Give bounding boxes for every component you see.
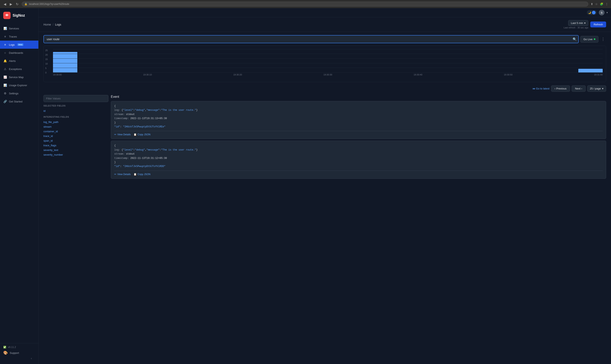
- sidebar-item-dashboards[interactable]: ○ Dashboards: [0, 49, 38, 57]
- back-button[interactable]: ◀: [2, 2, 7, 6]
- browser-controls: ◀ ▶ ↻: [2, 2, 20, 6]
- copy-json-button-1[interactable]: 📋 Copy JSON: [133, 133, 150, 136]
- user-avatar[interactable]: S: [599, 10, 605, 15]
- x-label-2: 19:30:10: [143, 73, 152, 76]
- field-item-trace-flags[interactable]: trace_flags: [43, 143, 108, 148]
- share-icon[interactable]: ⬆: [590, 2, 594, 6]
- next-button[interactable]: Next ›: [572, 85, 586, 92]
- event-log-line-2: log: {"level":"debug","message":"The is …: [114, 148, 603, 152]
- app-top-header: 🌙 S ▾: [39, 8, 611, 17]
- event-body-1: { log: {"level":"debug","message":"The i…: [114, 104, 603, 129]
- sidebar-item-usage-explorer[interactable]: 📊 Usage Explorer: [0, 81, 38, 89]
- sidebar-item-logs[interactable]: ≡ Logs Beta: [0, 40, 38, 49]
- address-bar[interactable]: 🔒 localhost:3301/logs?q=user%20route: [22, 2, 588, 6]
- search-submit-button[interactable]: 🔍: [573, 37, 577, 41]
- sidebar-item-settings[interactable]: ⚙ Settings: [0, 89, 38, 97]
- support-label: Support: [10, 351, 19, 354]
- extension-icon[interactable]: 🧩: [599, 2, 604, 6]
- sidebar-item-alerts[interactable]: 🔔 Alerts: [0, 57, 38, 65]
- field-item-log-file-path[interactable]: log_file_path: [43, 120, 108, 124]
- usage-explorer-icon: 📊: [3, 84, 7, 87]
- user-dropdown-icon[interactable]: ▾: [607, 11, 608, 14]
- menu-icon[interactable]: ⋮: [605, 2, 609, 6]
- chart-bar-1: [53, 52, 77, 73]
- y-label-15: 15: [45, 58, 48, 61]
- go-to-latest-icon: ⏮: [532, 87, 535, 90]
- sidebar-navigation: 📊 Services ≡ Traces ≡ Logs Beta ○ Dashbo…: [0, 23, 38, 343]
- previous-button[interactable]: ‹ Previous: [551, 85, 570, 92]
- event-body-2: { log: {"level":"debug","message":"The i…: [114, 144, 603, 169]
- sidebar-item-service-map[interactable]: 📈 Service Map: [0, 73, 38, 81]
- browser-chrome: ◀ ▶ ↻ 🔒 localhost:3301/logs?q=user%20rou…: [0, 0, 611, 8]
- breadcrumb-home[interactable]: Home: [43, 23, 51, 26]
- sidebar-item-get-started[interactable]: 🔗 Get Started: [0, 97, 38, 105]
- view-details-button-2[interactable]: ✏ View Details: [114, 173, 131, 176]
- more-options-button[interactable]: ⋮: [600, 36, 606, 43]
- interesting-fields-label: INTERESTING FIELDS: [43, 116, 108, 118]
- refresh-button[interactable]: Refresh: [590, 22, 606, 27]
- go-live-button[interactable]: Go Live: [580, 36, 598, 43]
- y-label-10: 10: [45, 63, 48, 65]
- field-item-id[interactable]: id: [43, 109, 108, 113]
- pagination-row: ⏮ Go to latest ‹ Previous Next › 25 / pa…: [43, 85, 606, 92]
- time-range-selector[interactable]: Last 5 min ▾: [568, 20, 588, 26]
- dashboards-icon: ○: [3, 51, 7, 54]
- x-label-6: 19:30:50: [504, 73, 513, 76]
- copy-icon: 📋: [133, 133, 137, 136]
- field-item-severity-number[interactable]: severity_number: [43, 152, 108, 157]
- sidebar-item-traces[interactable]: ≡ Traces: [0, 32, 38, 40]
- right-event-panel: Event { log: {"level":"debug","message":…: [111, 95, 606, 361]
- traces-icon: ≡: [3, 35, 7, 38]
- sidebar: 👁 SigNoz 📊 Services ≡ Traces ≡ Logs Beta…: [0, 8, 39, 364]
- copy-json-button-2[interactable]: 📋 Copy JSON: [133, 173, 150, 176]
- sidebar-collapse-button[interactable]: ‹: [3, 355, 35, 362]
- field-item-trace-id[interactable]: trace_id: [43, 134, 108, 138]
- breadcrumb-separator: /: [53, 23, 53, 26]
- live-indicator: [594, 38, 595, 40]
- moon-icon: 🌙: [588, 11, 591, 14]
- sidebar-item-label: Traces: [9, 35, 17, 38]
- x-label-7: 19:31:00: [594, 73, 603, 76]
- version-info: ✅ v0.11.2: [3, 346, 35, 349]
- filter-values-input[interactable]: [43, 95, 108, 102]
- search-input[interactable]: [43, 35, 579, 43]
- x-label-5: 19:30:40: [414, 73, 422, 76]
- field-item-severity-text[interactable]: severity_text: [43, 148, 108, 152]
- selected-fields-label: SELECTED FIELDS: [43, 104, 108, 107]
- x-label-3: 19:30:20: [233, 73, 242, 76]
- services-icon: 📊: [3, 27, 7, 30]
- previous-label: Previous: [556, 87, 567, 90]
- go-to-latest-label: Go to latest: [536, 87, 549, 90]
- sidebar-item-label: Settings: [9, 92, 18, 95]
- logo-icon: 👁: [3, 12, 11, 19]
- view-details-button-1[interactable]: ✏ View Details: [114, 133, 131, 136]
- reload-button[interactable]: ↻: [15, 2, 20, 6]
- chart-y-axis: 25 20 15 10 5 0: [44, 49, 49, 74]
- sidebar-item-services[interactable]: 📊 Services: [0, 24, 38, 32]
- event-stream-2: stream: stdout: [114, 152, 603, 156]
- field-item-stream[interactable]: stream: [43, 124, 108, 129]
- sidebar-item-exceptions[interactable]: ⚠ Exceptions: [0, 65, 38, 73]
- event-open-brace-2: {: [114, 144, 603, 148]
- field-item-container-id[interactable]: container_id: [43, 129, 108, 134]
- forward-button[interactable]: ▶: [9, 2, 13, 6]
- sidebar-item-label: Alerts: [9, 59, 16, 63]
- next-icon: ›: [581, 87, 582, 90]
- field-item-span-id[interactable]: span_id: [43, 138, 108, 143]
- theme-toggle[interactable]: 🌙: [587, 10, 597, 15]
- search-input-wrapper: 🔍: [43, 35, 579, 43]
- support-item[interactable]: 🎨 Support: [3, 351, 35, 355]
- page-size-selector[interactable]: 25 / page ▾: [587, 85, 606, 92]
- event-log-line-1: log: {"level":"debug","message":"The is …: [114, 108, 603, 112]
- alerts-icon: 🔔: [3, 59, 7, 63]
- event-card-2: { log: {"level":"debug","message":"The i…: [111, 141, 606, 179]
- star-icon[interactable]: ☆: [595, 2, 598, 6]
- content-area: 🔍 Go Live ⋮ 25 20 15 10 5 0: [39, 32, 611, 364]
- sidebar-item-label: Logs: [9, 43, 15, 46]
- check-icon: ✅: [3, 346, 6, 349]
- go-to-latest-button[interactable]: ⏮ Go to latest: [532, 87, 549, 90]
- chart-bar-last: [578, 69, 603, 73]
- selected-fields-section: SELECTED FIELDS id: [43, 104, 108, 113]
- time-selector-label: Last 5 min: [571, 22, 583, 25]
- logo-text: SigNoz: [13, 13, 25, 18]
